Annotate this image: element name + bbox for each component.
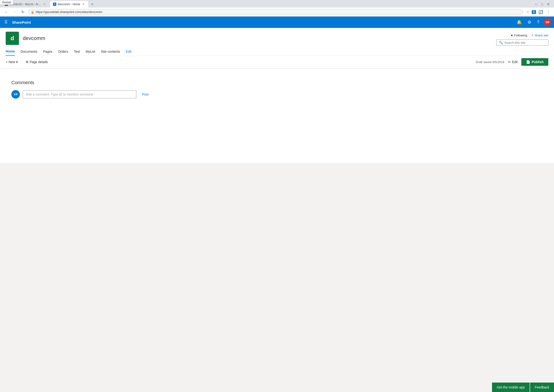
bookmark-button[interactable]: ☆ — [525, 9, 530, 15]
nav-item-documents[interactable]: Documents — [21, 48, 37, 55]
lock-icon: 🔒 — [31, 10, 34, 14]
toolbar-divider-1 — [22, 60, 22, 64]
site-header-actions: ★ Following ↗ Share site — [511, 34, 548, 37]
site-name: devcomm — [23, 35, 45, 41]
address-bar[interactable]: 🔒 — [28, 9, 523, 15]
page-details-button[interactable]: ⚙ Page details — [26, 60, 48, 64]
draft-saved-status: Draft saved 6/5/2018 — [476, 60, 504, 64]
nav-item-pages[interactable]: Pages — [43, 48, 52, 55]
tab1-label: comdev01 - MyList - All Items — [9, 3, 41, 6]
comment-input-row: YP Post — [11, 90, 543, 98]
search-box[interactable]: 🔍 — [496, 40, 548, 46]
site-header: d devcomm ★ Following ↗ Share site — [0, 28, 554, 56]
gear-icon: ⚙ — [26, 60, 29, 64]
post-button[interactable]: Post — [142, 92, 149, 96]
following-button[interactable]: ★ Following — [511, 34, 527, 37]
settings-icon[interactable]: ⚙ — [526, 18, 533, 26]
dropdown-icon: ▾ — [16, 60, 18, 64]
nav-item-mylist[interactable]: MyList — [86, 48, 95, 55]
help-icon[interactable]: ? — [536, 18, 541, 26]
address-input[interactable] — [36, 10, 520, 14]
new-tab-button[interactable]: + — [89, 1, 95, 7]
reload-button[interactable]: ↻ — [20, 9, 26, 15]
browser-tab-2[interactable]: S devcomm - Home ✕ — [50, 1, 88, 7]
site-navigation: Home Documents Pages Orders Test MyList … — [6, 48, 548, 56]
sharepoint-logo: SharePoint — [12, 20, 31, 24]
restart-tooltip: Restart — [0, 0, 14, 5]
page-content: Comments YP Post — [0, 69, 554, 163]
waffle-icon[interactable]: ⠿ — [3, 18, 9, 27]
toolbar-left: + New ▾ ⚙ Page details — [6, 60, 48, 64]
maximize-button[interactable]: □ — [540, 2, 545, 7]
tab2-label: devcomm - Home — [58, 3, 80, 6]
comment-user-avatar: YP — [11, 90, 20, 98]
menu-button[interactable]: ⋮ — [546, 9, 551, 15]
share-site-button[interactable]: ↗ Share site — [531, 34, 548, 37]
sync-button[interactable]: 🔄 — [537, 9, 544, 15]
sharepoint-topbar: ⠿ SharePoint 🔔 ⚙ ? YP — [0, 17, 554, 28]
forward-button[interactable]: → — [11, 9, 18, 15]
star-icon: ★ — [511, 34, 513, 37]
site-logo[interactable]: d — [6, 32, 19, 45]
publish-icon: 📄 — [526, 60, 530, 64]
user-avatar[interactable]: YP — [544, 18, 551, 26]
browser-titlebar: S comdev01 - MyList - All Items ✕ S devc… — [0, 0, 554, 7]
plus-icon: + — [6, 60, 7, 64]
minimize-button[interactable]: ─ — [534, 2, 539, 7]
site-identity: d devcomm — [6, 32, 45, 45]
publish-button[interactable]: 📄 Publish — [521, 58, 548, 66]
comments-section: Comments YP Post — [6, 74, 548, 104]
comments-title: Comments — [11, 80, 543, 85]
tab2-favicon: S — [53, 3, 56, 6]
nav-item-test[interactable]: Test — [74, 48, 80, 55]
close-window-button[interactable]: ✕ — [546, 2, 551, 7]
address-actions: ☆ S 🔄 ⋮ — [525, 9, 551, 15]
browser-addressbar: ← → ↻ 🔒 ☆ S 🔄 ⋮ — [0, 7, 554, 17]
site-header-top: d devcomm ★ Following ↗ Share site — [6, 32, 548, 46]
toolbar-right: Draft saved 6/5/2018 ✏ Edit 📄 Publish — [476, 58, 548, 66]
new-button[interactable]: + New ▾ — [6, 60, 18, 64]
notification-icon[interactable]: 🔔 — [515, 18, 523, 26]
search-input[interactable] — [504, 41, 546, 44]
tab2-close[interactable]: ✕ — [82, 2, 86, 6]
browser-chrome: S comdev01 - MyList - All Items ✕ S devc… — [0, 0, 554, 17]
back-button[interactable]: ← — [3, 9, 9, 15]
nav-item-edit[interactable]: Edit — [126, 48, 131, 55]
tab1-close[interactable]: ✕ — [43, 2, 46, 6]
profile-button[interactable]: S — [532, 10, 536, 14]
edit-button[interactable]: ✏ Edit — [508, 60, 518, 64]
nav-item-orders[interactable]: Orders — [58, 48, 68, 55]
pencil-icon: ✏ — [508, 60, 511, 64]
nav-item-site-contents[interactable]: Site contents — [101, 48, 120, 55]
page-toolbar: + New ▾ ⚙ Page details Draft saved 6/5/2… — [0, 56, 554, 68]
nav-item-home[interactable]: Home — [6, 48, 15, 56]
share-icon: ↗ — [531, 34, 533, 37]
search-icon: 🔍 — [499, 41, 503, 44]
comment-input[interactable] — [23, 90, 136, 98]
